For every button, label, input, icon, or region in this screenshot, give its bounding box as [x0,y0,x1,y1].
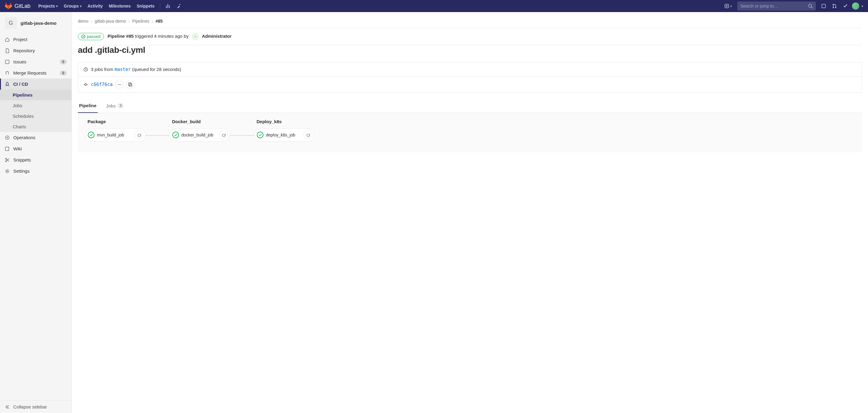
sidebar-sub-pipelines[interactable]: Pipelines [0,90,71,100]
project-avatar: G [5,17,17,29]
brand-name[interactable]: GitLab [14,3,30,9]
copy-sha-button[interactable] [126,81,134,88]
sidebar-item-operations[interactable]: Operations [0,132,71,143]
rocket-icon [5,82,10,87]
job-pill[interactable]: deploy_k8s_job [254,128,314,142]
gitlab-logo[interactable] [5,2,12,10]
collapse-sidebar-button[interactable]: Collapse sidebar [0,400,71,413]
nav-snippets[interactable]: Snippets [134,0,158,12]
tab-pipeline[interactable]: Pipeline [78,100,98,113]
create-new-icon[interactable]: ▾ [721,0,735,12]
pipeline-graph: Package mvn_build_job Docker_build docke… [78,113,862,152]
chevron-double-left-icon [5,405,10,409]
stage-name: Docker_build [172,119,230,124]
todos-icon[interactable] [840,0,851,12]
svg-point-15 [7,137,8,138]
svg-point-17 [5,158,7,159]
sidebar-item-cicd[interactable]: CI / CD [0,79,71,90]
merge-requests-icon[interactable] [829,0,840,12]
issues-icon[interactable] [818,0,829,12]
breadcrumb-current: #85 [155,19,162,24]
sidebar-item-repository[interactable]: Repository [0,45,71,56]
tab-jobs[interactable]: Jobs 3 [105,100,125,113]
stage-name: Deploy_k8s [256,119,314,124]
analytics-icon[interactable] [163,0,174,12]
chevron-down-icon: ▾ [862,4,863,8]
sidebar-item-issues[interactable]: Issues0 [0,56,71,67]
user-avatar[interactable] [852,2,859,10]
commit-sha-link[interactable]: c66f76ca [91,82,113,87]
issues-count-badge: 0 [60,59,67,64]
stage-name: Package [88,119,146,124]
sidebar-label: CI / CD [13,82,28,87]
sidebar-sub-schedules[interactable]: Schedules [0,111,71,121]
pipeline-header: passed Pipeline #85 triggered 4 minutes … [78,28,862,45]
svg-rect-9 [822,4,826,8]
project-name: gitlab-java-demo [21,21,56,26]
nav-activity[interactable]: Activity [85,0,106,12]
commit-title: add .gitlab-ci.yml [78,45,862,62]
nav-groups[interactable]: Groups▾ [61,0,85,12]
stage-connector [146,135,169,136]
retry-icon [221,133,225,137]
sidebar-item-wiki[interactable]: Wiki [0,143,71,154]
check-circle-icon [81,34,85,39]
top-navbar: GitLab Projects▾ Groups▾ Activity Milest… [0,0,868,12]
svg-point-11 [835,7,836,8]
sidebar-sub-charts[interactable]: Charts [0,121,71,132]
sidebar: G gitlab-java-demo Project Repository Is… [0,12,72,413]
job-retry-button[interactable] [219,130,228,140]
sidebar-item-snippets[interactable]: Snippets [0,154,71,166]
nav-milestones[interactable]: Milestones [106,0,134,12]
triggerer-avatar[interactable] [192,33,199,40]
breadcrumbs: demo › gitlab-java-demo › Pipelines › #8… [78,17,862,28]
breadcrumb-separator: › [152,19,153,24]
sidebar-item-merge-requests[interactable]: Merge Requests0 [0,67,71,79]
sidebar-label: Operations [13,135,35,140]
global-search[interactable] [737,1,816,10]
status-text: passed [87,34,100,39]
job-retry-button[interactable] [303,130,312,140]
triggerer-name[interactable]: Administrator [202,33,231,39]
search-input[interactable] [740,4,808,8]
operations-icon [5,135,10,140]
stage-column: Docker_build docker_build_job [169,119,230,142]
branch-name[interactable]: master [114,67,131,72]
nav-projects[interactable]: Projects▾ [35,0,61,12]
pipeline-status-badge[interactable]: passed [78,33,104,40]
stage-column: Deploy_k8s deploy_k8s_job [254,119,314,142]
clock-icon [84,67,88,71]
chevron-down-icon: ▾ [731,4,732,8]
breadcrumb-section[interactable]: Pipelines [132,19,149,24]
sidebar-label: Repository [13,48,35,53]
mr-count-badge: 0 [60,71,67,76]
job-name: mvn_build_job [97,132,132,137]
admin-icon[interactable] [174,0,184,12]
sidebar-item-settings[interactable]: Settings [0,166,71,177]
sidebar-label: Snippets [13,157,31,163]
svg-point-19 [82,35,85,38]
svg-point-10 [833,7,834,8]
job-pill[interactable]: mvn_build_job [85,128,146,142]
sidebar-item-project[interactable]: Project [0,34,71,45]
svg-rect-13 [5,60,9,64]
svg-point-16 [5,160,7,162]
svg-point-12 [833,4,834,5]
svg-point-18 [6,170,8,172]
nav-projects-label: Projects [38,4,55,8]
commit-more-button[interactable] [116,81,123,88]
pipeline-info-box: 3 jobs from master (queued for 28 second… [78,62,862,93]
breadcrumb-group[interactable]: demo [78,19,88,24]
breadcrumb-project[interactable]: gitlab-java-demo [95,19,126,24]
home-icon [5,37,10,42]
chevron-down-icon: ▾ [80,4,82,8]
project-header[interactable]: G gitlab-java-demo [0,12,71,34]
issues-icon [5,59,10,64]
job-retry-button[interactable] [134,130,143,140]
main-content: demo › gitlab-java-demo › Pipelines › #8… [72,12,868,413]
pipeline-id: Pipeline #85 [107,33,134,39]
sidebar-label: Settings [13,169,30,174]
sidebar-sub-jobs[interactable]: Jobs [0,100,71,111]
job-pill[interactable]: docker_build_job [169,128,230,142]
commit-sha-row: c66f76ca [78,77,862,92]
